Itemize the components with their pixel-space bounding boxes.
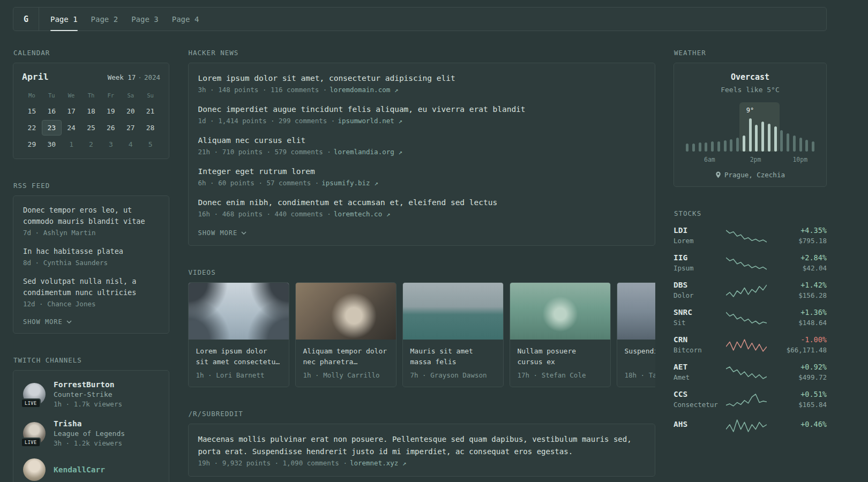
stock-row[interactable]: CRN Bitcorn -1.00% $66,171.48	[674, 335, 827, 354]
videos-label: VIDEOS	[189, 268, 655, 276]
stock-row[interactable]: AHS +0.46%	[674, 417, 827, 433]
stocks-widget: STOCKS LDI Lorem +4.35% $795.18	[674, 209, 827, 433]
stock-row[interactable]: SNRC Sit +1.36% $148.64	[674, 308, 827, 327]
calendar-month: April	[22, 72, 49, 82]
stock-change: +4.35%	[798, 226, 827, 235]
rss-show-more-button[interactable]: SHOW MORE	[23, 318, 72, 326]
hn-item-stats: 3h · 148 points · 116 comments ·	[198, 86, 327, 94]
channel-game[interactable]: Counter-Strike	[54, 390, 122, 398]
stock-sparkline	[726, 337, 767, 353]
tab-page-2[interactable]: Page 2	[91, 7, 118, 31]
tab-page-4[interactable]: Page 4	[172, 7, 199, 31]
hn-item-title[interactable]: Donec enim nibh, condimentum et accumsan…	[198, 197, 645, 208]
video-meta: 1h · Molly Carrillo	[303, 371, 388, 379]
stock-identity: IIG Ipsum	[674, 253, 726, 272]
hacker-news-widget: HACKER NEWS Lorem ipsum dolor sit amet, …	[188, 49, 655, 246]
stock-row[interactable]: AET Amet +0.92% $499.72	[674, 363, 827, 381]
stock-row[interactable]: IIG Ipsum +2.84% $42.04	[674, 253, 827, 272]
calendar-label: CALENDAR	[13, 49, 169, 57]
twitch-label: TWITCH CHANNELS	[13, 356, 169, 364]
stock-values: +0.51% $165.84	[798, 390, 827, 409]
video-card[interactable]: Aliquam tempor dolor nec pharetra… 1h · …	[295, 282, 396, 387]
video-card[interactable]: Mauris sit amet massa felis 7h · Grayson…	[402, 282, 504, 387]
channel-game[interactable]: League of Legends	[54, 430, 125, 438]
subreddit-widget: /R/SUBREDDIT Maecenas mollis pulvinar er…	[188, 410, 655, 477]
dashboard-columns: CALENDAR April Week 17·2024 MoTuWeThFrSa…	[13, 49, 827, 482]
channel-name[interactable]: KendallCarr	[54, 465, 105, 474]
hn-item-domain: ipsumify.biz	[321, 179, 370, 187]
live-badge: LIVE	[21, 438, 41, 447]
hn-item-domain-link[interactable]: loremtech.co ↗	[334, 210, 390, 218]
weather-bar	[768, 124, 770, 152]
stock-symbol: IIG	[674, 253, 726, 262]
hn-item-stats: 16h · 468 points · 440 comments ·	[198, 210, 331, 218]
weather-time-label: 2pm	[750, 156, 761, 163]
video-title: Aliquam tempor dolor nec pharetra…	[303, 346, 388, 367]
weather-bar	[692, 144, 695, 152]
hn-item-stats: 21h · 710 points · 579 comments ·	[198, 148, 331, 156]
channel-name[interactable]: ForrestBurton	[54, 380, 122, 389]
hn-item-domain-link[interactable]: ipsumify.biz ↗	[321, 179, 378, 187]
hn-item-title[interactable]: Donec imperdiet augue tincidunt felis al…	[198, 104, 645, 115]
hn-item-meta: 16h · 468 points · 440 comments ·loremte…	[198, 210, 645, 218]
stock-identity: AHS	[674, 420, 726, 431]
weather-bar	[793, 135, 796, 152]
calendar-day: 20	[121, 103, 140, 119]
calendar-day: 28	[140, 120, 160, 135]
video-card[interactable]: Lorem ipsum dolor sit amet consectetu… 1…	[188, 282, 289, 387]
video-title: Suspendisse diam	[625, 346, 655, 367]
stock-price: $66,171.48	[787, 346, 827, 354]
stock-row[interactable]: LDI Lorem +4.35% $795.18	[674, 226, 827, 245]
calendar-day: 5	[140, 137, 160, 152]
subreddit-domain-link[interactable]: loremnet.xyz ↗	[350, 459, 406, 467]
calendar-day: 25	[81, 120, 101, 135]
external-link-icon: ↗	[398, 117, 402, 125]
calendar-day: 15	[22, 103, 42, 119]
stock-price: $148.64	[798, 319, 827, 327]
hn-item-meta: 1d · 1,414 points · 299 comments ·ipsumw…	[198, 117, 645, 125]
app-logo[interactable]: G	[13, 7, 39, 31]
stock-sparkline	[726, 391, 767, 408]
weather-location[interactable]: Prague, Czechia	[683, 171, 818, 179]
stock-identity: DBS Dolor	[674, 281, 726, 299]
subreddit-post: Maecenas mollis pulvinar erat non posuer…	[198, 433, 645, 467]
external-link-icon: ↗	[402, 459, 407, 467]
stock-values: +0.46%	[800, 420, 827, 431]
twitch-channel-row[interactable]: KendallCarr	[23, 458, 159, 481]
stock-change: +0.92%	[798, 363, 827, 371]
dashboard-page: G Page 1 Page 2 Page 3 Page 4 CALENDAR A…	[0, 0, 868, 482]
hn-item-domain-link[interactable]: loremdomain.com ↗	[330, 86, 398, 94]
hn-item: Integer eget rutrum lorem 6h · 60 points…	[198, 166, 645, 187]
stock-values: +1.42% $156.28	[798, 281, 827, 299]
hn-item-domain-link[interactable]: loremlandia.org ↗	[334, 148, 402, 156]
video-card[interactable]: Suspendisse diam 18h · Tara	[617, 282, 655, 387]
calendar-week-year: Week 17·2024	[108, 73, 160, 81]
stock-sparkline	[726, 364, 767, 380]
weather-peak-temp: 9°	[746, 107, 754, 114]
video-body: Suspendisse diam 18h · Tara	[617, 340, 655, 387]
rss-item-title[interactable]: Donec tempor eros leo, ut commodo mauris…	[23, 205, 159, 227]
channel-name[interactable]: Trisha	[54, 419, 125, 428]
stock-row[interactable]: DBS Dolor +1.42% $156.28	[674, 281, 827, 299]
subreddit-post-title[interactable]: Maecenas mollis pulvinar erat non posuer…	[198, 433, 645, 457]
hn-item-title[interactable]: Integer eget rutrum lorem	[198, 166, 645, 177]
tab-page-3[interactable]: Page 3	[131, 7, 159, 31]
stock-row[interactable]: CCS Consectetur +0.51% $165.84	[674, 390, 827, 409]
hn-item-domain-link[interactable]: ipsumworld.net ↗	[338, 117, 402, 125]
twitch-channel-row[interactable]: LIVE Trisha League of Legends 3h · 1.2k …	[23, 419, 159, 447]
twitch-channel-row[interactable]: LIVE ForrestBurton Counter-Strike 1h · 1…	[23, 380, 159, 408]
stock-price: $42.04	[800, 264, 827, 272]
stock-name: Consectetur	[674, 401, 726, 409]
hn-item-title[interactable]: Aliquam nec cursus elit	[198, 135, 645, 146]
rss-widget: RSS FEED Donec tempor eros leo, ut commo…	[13, 182, 169, 334]
stock-change: +0.51%	[798, 390, 827, 398]
hn-item-title[interactable]: Lorem ipsum dolor sit amet, consectetur …	[198, 73, 645, 84]
rss-item-title[interactable]: In hac habitasse platea	[23, 246, 159, 257]
external-link-icon: ↗	[374, 179, 378, 187]
video-card[interactable]: Nullam posuere cursus ex 17h · Stefan Co…	[510, 282, 611, 387]
hn-show-more-button[interactable]: SHOW MORE	[198, 229, 247, 237]
rss-item-title[interactable]: Sed volutpat nulla nisl, a condimentum n…	[23, 276, 159, 298]
dot-separator: ·	[138, 73, 142, 81]
tab-page-1[interactable]: Page 1	[50, 7, 78, 31]
hn-item-domain: loremlandia.org	[334, 148, 394, 156]
